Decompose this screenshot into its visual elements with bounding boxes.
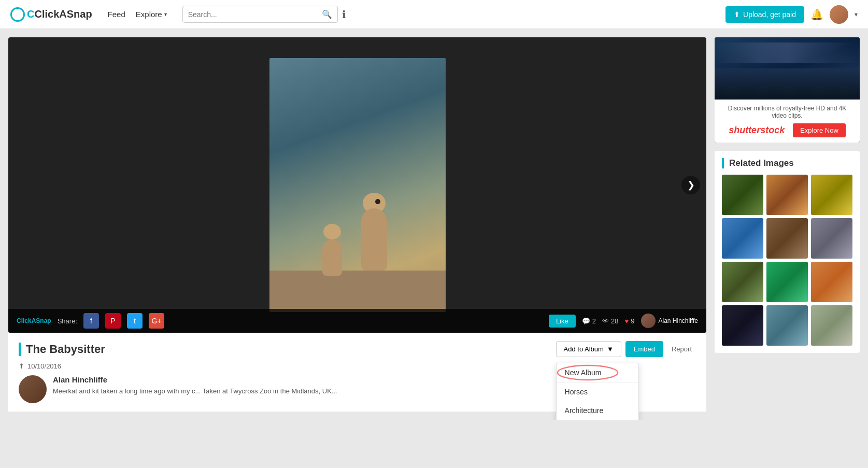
comments-count: 💬 2	[582, 317, 596, 325]
ad-text: Discover millions of royalty-free HD and…	[715, 100, 860, 143]
meerkat-kit	[322, 224, 342, 276]
related-image-2[interactable]	[766, 175, 808, 215]
upload-icon-small: ⬆	[19, 362, 24, 370]
related-image-10[interactable]	[722, 305, 763, 346]
new-album-label: New Album	[565, 368, 602, 377]
photo-bottom-bar: ClickASnap Share: f P t G+ Like 💬 2 👁 28…	[8, 309, 706, 333]
photo-author-mini: Alan Hinchliffe	[641, 314, 699, 328]
upload-icon: ⬆	[734, 10, 740, 19]
logo-text: CClickASnap	[27, 8, 92, 20]
explore-chevron-icon: ▾	[164, 11, 167, 17]
related-images-title: Related Images	[722, 158, 852, 168]
add-to-album-label: Add to Album	[564, 345, 604, 353]
related-image-3[interactable]	[811, 175, 852, 215]
meerkat-body	[361, 208, 387, 271]
dropdown-item-horses[interactable]: Horses	[557, 382, 638, 401]
author-info: Alan Hinchliffe Meerkat and kit taken a …	[53, 375, 337, 396]
search-button[interactable]: 🔍	[317, 6, 337, 22]
architecture-label: Architecture	[565, 406, 604, 415]
dropdown-item-wildlife[interactable]: ✓ Wildlife	[557, 420, 638, 420]
notification-bell-icon[interactable]: 🔔	[810, 8, 823, 21]
photo-info: The Babysitter Add to Album ▼ New Album	[8, 333, 706, 412]
related-image-5[interactable]	[766, 218, 808, 259]
googleplus-share-button[interactable]: G+	[149, 313, 164, 329]
info-icon[interactable]: ℹ	[342, 8, 346, 21]
photo-image	[269, 58, 446, 312]
hearts-count: ♥ 9	[625, 317, 635, 325]
author-mini-name: Alan Hinchliffe	[659, 317, 699, 324]
related-image-7[interactable]	[722, 262, 763, 302]
header: CClickASnap Feed Explore ▾ 🔍 ℹ ⬆ Upload,…	[0, 0, 868, 29]
logo[interactable]: CClickASnap	[10, 7, 92, 22]
kit-body	[322, 239, 342, 276]
action-buttons: Add to Album ▼ New Album Horses	[556, 341, 696, 357]
pinterest-share-button[interactable]: P	[105, 313, 121, 329]
related-image-11[interactable]	[766, 305, 808, 346]
author-name[interactable]: Alan Hinchliffe	[53, 375, 337, 384]
comment-icon: 💬	[582, 317, 590, 325]
photo-description: Meerkat and kit taken a long time ago wi…	[53, 386, 337, 396]
search-container: 🔍	[182, 6, 338, 23]
ad-tagline: Discover millions of royalty-free HD and…	[721, 105, 853, 119]
logo-icon	[10, 7, 25, 22]
search-input[interactable]	[183, 7, 317, 22]
related-image-8[interactable]	[766, 262, 808, 302]
meerkat-adult	[353, 167, 395, 271]
related-image-4[interactable]	[722, 218, 763, 259]
upload-button[interactable]: ⬆ Upload, get paid	[725, 6, 804, 23]
share-label: Share:	[58, 317, 77, 325]
main-content: ❯ ClickASnap Share: f P t G+ Like 💬 2 👁 …	[0, 29, 868, 420]
like-button[interactable]: Like	[549, 315, 576, 328]
user-avatar[interactable]	[830, 5, 848, 24]
album-dropdown-menu: New Album Horses Architecture	[556, 363, 639, 420]
add-album-chevron-icon: ▼	[607, 345, 614, 353]
dropdown-item-architecture[interactable]: Architecture	[557, 401, 638, 420]
photo-title-row: The Babysitter Add to Album ▼ New Album	[19, 341, 696, 357]
ad-sky	[715, 68, 860, 100]
nav-explore[interactable]: Explore ▾	[136, 10, 167, 19]
ad-image	[715, 37, 860, 100]
photo-title: The Babysitter	[19, 343, 105, 356]
cas-watermark: ClickASnap	[17, 317, 51, 324]
author-mini-avatar	[641, 314, 656, 328]
photo-viewer: ❯ ClickASnap Share: f P t G+ Like 💬 2 👁 …	[8, 37, 706, 333]
add-to-album-wrapper: Add to Album ▼ New Album Horses	[556, 341, 621, 357]
related-image-1[interactable]	[722, 175, 763, 215]
rock-base	[269, 271, 446, 312]
related-images-section: Related Images	[715, 151, 860, 353]
avatar-image	[830, 5, 848, 24]
related-image-12[interactable]	[811, 305, 852, 346]
user-menu-chevron-icon[interactable]: ▾	[855, 11, 858, 18]
meerkat-eye	[375, 199, 380, 204]
horses-label: Horses	[565, 388, 588, 396]
left-column: ❯ ClickASnap Share: f P t G+ Like 💬 2 👁 …	[8, 37, 706, 412]
kit-head	[323, 224, 341, 239]
related-image-9[interactable]	[811, 262, 852, 302]
author-avatar[interactable]	[19, 375, 47, 403]
add-to-album-button[interactable]: Add to Album ▼	[556, 341, 621, 357]
views-count: 👁 28	[602, 317, 618, 325]
next-photo-button[interactable]: ❯	[681, 176, 700, 194]
embed-button[interactable]: Embed	[625, 341, 663, 357]
header-right: ⬆ Upload, get paid 🔔 ▾	[725, 5, 858, 24]
twitter-share-button[interactable]: t	[127, 313, 143, 329]
facebook-share-button[interactable]: f	[83, 313, 99, 329]
heart-icon: ♥	[625, 317, 629, 325]
eye-icon: 👁	[602, 317, 609, 325]
nav-feed[interactable]: Feed	[108, 10, 125, 19]
shutterstock-logo: shutterstock	[729, 125, 785, 136]
ad-clouds	[715, 42, 860, 63]
related-images-grid	[722, 175, 852, 346]
advertisement: Discover millions of royalty-free HD and…	[715, 37, 860, 143]
shutterstock-explore-button[interactable]: Explore Now	[793, 123, 846, 137]
right-column: Discover millions of royalty-free HD and…	[715, 37, 860, 412]
related-image-6[interactable]	[811, 218, 852, 259]
report-button[interactable]: Report	[667, 341, 696, 357]
dropdown-item-new-album[interactable]: New Album	[557, 363, 638, 382]
